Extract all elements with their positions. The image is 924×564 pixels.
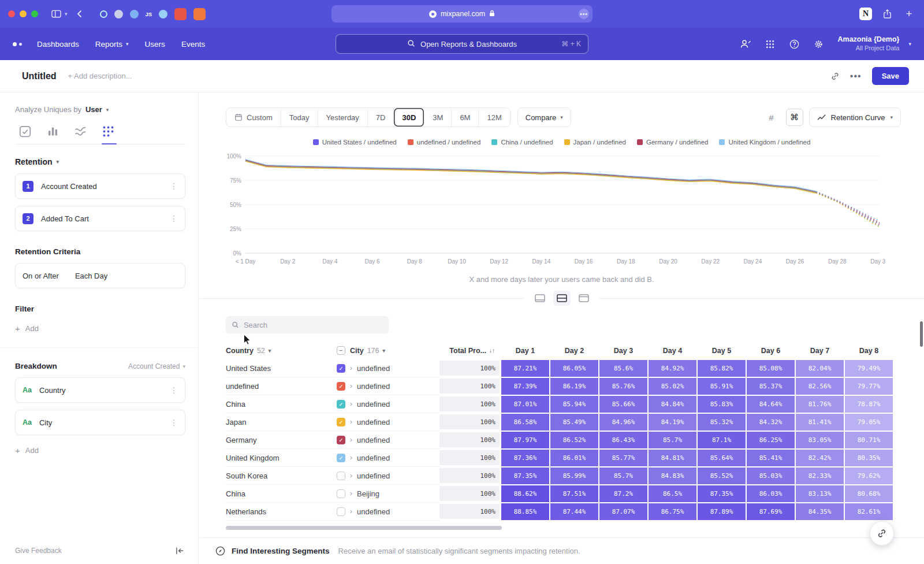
- box-extension[interactable]: [130, 10, 139, 18]
- save-button[interactable]: Save: [872, 67, 909, 85]
- back-button[interactable]: [73, 7, 87, 21]
- expand-chevron-icon[interactable]: ›: [350, 454, 352, 462]
- row-city[interactable]: ✓›undefined: [337, 431, 439, 449]
- retention-criteria-control[interactable]: On or After Each Day: [15, 263, 185, 288]
- retention-cell-day-8[interactable]: 79.05%: [844, 413, 893, 431]
- segments-title[interactable]: Find Interesting Segments: [232, 547, 330, 555]
- range-6m[interactable]: 6M: [452, 108, 479, 127]
- retention-cell-day-4[interactable]: 86.5%: [648, 485, 697, 503]
- share-icon[interactable]: [880, 7, 894, 21]
- retention-cell-day-6[interactable]: 87.69%: [746, 503, 795, 521]
- retention-cell-day-6[interactable]: 85.03%: [746, 467, 795, 485]
- retention-cell-day-7[interactable]: 82.33%: [795, 467, 844, 485]
- add-description[interactable]: + Add description...: [68, 72, 132, 80]
- breakdown-menu-icon[interactable]: ⋮: [170, 385, 178, 395]
- criteria-on-or-after[interactable]: On or After: [23, 272, 59, 280]
- tab-funnels[interactable]: [47, 125, 59, 138]
- nav-dashboards[interactable]: Dashboards: [37, 40, 79, 49]
- row-country[interactable]: China: [226, 485, 337, 503]
- retention-curve-chart[interactable]: 0%25%50%75%100%< 1 DayDay 2Day 4Day 6Day…: [222, 151, 924, 274]
- retention-cell-day-6[interactable]: 84.32%: [746, 413, 795, 431]
- retention-cell-day-8[interactable]: 80.71%: [844, 431, 893, 449]
- retention-cell-day-6[interactable]: 85.08%: [746, 359, 795, 377]
- orange-extension[interactable]: [193, 8, 206, 20]
- step-label[interactable]: Account Created: [41, 182, 97, 191]
- retention-cell-day-2[interactable]: 87.51%: [550, 485, 599, 503]
- row-country[interactable]: undefined: [226, 377, 337, 395]
- row-city[interactable]: ›Beijing: [337, 485, 439, 503]
- retention-cell-day-3[interactable]: 85.76%: [599, 377, 648, 395]
- breakdown-label[interactable]: City: [39, 418, 52, 427]
- analyze-uniques-control[interactable]: Analyze Uniques by User ▾: [15, 105, 185, 114]
- row-city[interactable]: ›undefined: [337, 503, 439, 521]
- expand-chevron-icon[interactable]: ›: [350, 507, 352, 515]
- view-chart-only-button[interactable]: [531, 291, 549, 306]
- expand-chevron-icon[interactable]: ›: [350, 472, 352, 480]
- row-country[interactable]: Netherlands: [226, 503, 337, 521]
- retention-cell-day-6[interactable]: 86.03%: [746, 485, 795, 503]
- retention-cell-day-1[interactable]: 87.39%: [501, 377, 550, 395]
- retention-cell-day-4[interactable]: 84.81%: [648, 449, 697, 467]
- retention-cell-day-2[interactable]: 86.01%: [550, 449, 599, 467]
- step-menu-icon[interactable]: ⋮: [170, 214, 178, 223]
- new-tab-icon[interactable]: +: [902, 7, 916, 21]
- js-extension[interactable]: JS: [146, 11, 152, 17]
- apps-grid-icon[interactable]: [762, 36, 777, 51]
- add-breakdown-button[interactable]: + Add: [15, 446, 185, 455]
- step-menu-icon[interactable]: ⋮: [170, 181, 178, 191]
- range-30d[interactable]: 30D: [394, 108, 424, 127]
- more-options-icon[interactable]: •••: [850, 71, 862, 81]
- retention-cell-day-6[interactable]: 86.25%: [746, 431, 795, 449]
- retention-cell-day-3[interactable]: 85.6%: [599, 359, 648, 377]
- share-link-fab[interactable]: [870, 521, 894, 546]
- retention-cell-day-8[interactable]: 80.35%: [844, 449, 893, 467]
- range-3m[interactable]: 3M: [424, 108, 452, 127]
- retention-cell-day-5[interactable]: 87.35%: [697, 485, 746, 503]
- compare-button[interactable]: Compare▾: [517, 107, 571, 127]
- vertical-scrollbar-thumb[interactable]: [920, 321, 923, 347]
- retention-cell-day-1[interactable]: 88.85%: [501, 503, 550, 521]
- legend-item[interactable]: China / undefined: [491, 139, 553, 146]
- retention-cell-day-1[interactable]: 87.35%: [501, 467, 550, 485]
- retention-cell-day-6[interactable]: 84.64%: [746, 395, 795, 413]
- row-country[interactable]: United States: [226, 359, 337, 377]
- retention-cell-day-7[interactable]: 82.04%: [795, 359, 844, 377]
- collapse-sidebar-icon[interactable]: [176, 547, 184, 555]
- retention-cell-day-7[interactable]: 82.56%: [795, 377, 844, 395]
- cloud-extension[interactable]: [159, 10, 167, 18]
- project-switcher[interactable]: Amazonia {Demo} All Project Data: [837, 35, 899, 52]
- expand-chevron-icon[interactable]: ›: [350, 364, 352, 372]
- retention-cell-day-3[interactable]: 85.66%: [599, 395, 648, 413]
- row-checkbox[interactable]: ✓: [337, 436, 345, 444]
- legend-item[interactable]: Germany / undefined: [637, 139, 708, 146]
- chart-type-select[interactable]: Retention Curve ▾: [809, 107, 901, 127]
- breakdown-city[interactable]: Aa City ⋮: [15, 410, 185, 435]
- retention-cell-day-5[interactable]: 85.64%: [697, 449, 746, 467]
- row-city[interactable]: ✓›undefined: [337, 449, 439, 467]
- row-country[interactable]: China: [226, 395, 337, 413]
- row-city[interactable]: ✓›undefined: [337, 395, 439, 413]
- row-checkbox[interactable]: ✓: [337, 400, 345, 409]
- expand-chevron-icon[interactable]: ›: [350, 436, 352, 444]
- retention-cell-day-2[interactable]: 86.05%: [550, 359, 599, 377]
- breakdown-label[interactable]: Country: [39, 386, 66, 395]
- user-management-icon[interactable]: [738, 36, 753, 51]
- criteria-each-day[interactable]: Each Day: [75, 272, 107, 280]
- row-city[interactable]: ✓›undefined: [337, 359, 439, 377]
- keyboard-shortcuts-button[interactable]: ⌘: [786, 109, 803, 126]
- tab-retention[interactable]: [102, 125, 114, 138]
- report-title[interactable]: Untitled: [22, 71, 57, 81]
- range-today[interactable]: Today: [281, 108, 318, 127]
- column-header-day-6[interactable]: Day 6: [746, 342, 795, 359]
- tab-flows[interactable]: [74, 125, 87, 138]
- row-city[interactable]: ›undefined: [337, 467, 439, 485]
- retention-cell-day-5[interactable]: 87.1%: [697, 431, 746, 449]
- row-country[interactable]: South Korea: [226, 467, 337, 485]
- retention-cell-day-8[interactable]: 78.87%: [844, 395, 893, 413]
- retention-cell-day-2[interactable]: 85.99%: [550, 467, 599, 485]
- row-country[interactable]: Japan: [226, 413, 337, 431]
- retention-cell-day-7[interactable]: 81.76%: [795, 395, 844, 413]
- select-all-checkbox[interactable]: −: [337, 346, 345, 355]
- retention-cell-day-6[interactable]: 85.37%: [746, 377, 795, 395]
- column-header-day-7[interactable]: Day 7: [795, 342, 844, 359]
